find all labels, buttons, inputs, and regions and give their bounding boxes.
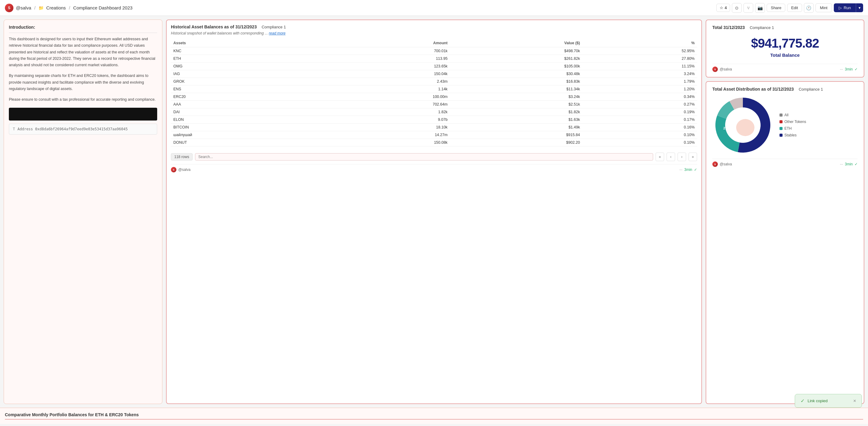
- cell-pct: 0.10%: [582, 139, 697, 147]
- total-balance-title-row: Total 31/12/2023 Compliance 1: [712, 25, 858, 30]
- cell-asset: DAI: [171, 108, 323, 116]
- distribution-check-icon: ✓: [855, 162, 858, 166]
- table-row: AAA 702.64m $2.51k 0.27%: [171, 101, 697, 108]
- cell-value: $30.48k: [450, 70, 582, 78]
- address-placeholder: Address 0xd8da6bf26964af9d7eed9e03e53415…: [18, 127, 128, 131]
- cell-value: $1.63k: [450, 116, 582, 124]
- table-time-badge: 3min: [684, 168, 692, 172]
- svg-point-1: [736, 119, 754, 136]
- cell-value: $498.70k: [450, 47, 582, 55]
- pagination-next[interactable]: ›: [678, 153, 686, 161]
- fork-icon: ⑂: [747, 5, 750, 10]
- pagination-prev[interactable]: ‹: [666, 153, 675, 161]
- cell-asset: KNC: [171, 47, 323, 55]
- run-button[interactable]: ▷ Run: [834, 3, 856, 12]
- right-column: Total 31/12/2023 Compliance 1 $941,775.8…: [706, 20, 864, 404]
- avatar: S: [5, 4, 13, 12]
- cell-asset: ERC20: [171, 93, 323, 101]
- toast-close-button[interactable]: ×: [854, 398, 856, 404]
- chart-legend: All Other Tokens ETH Stables: [779, 113, 806, 137]
- mint-button[interactable]: Mint: [815, 3, 832, 12]
- fork-button[interactable]: ⑂: [743, 3, 753, 13]
- cell-asset: AAA: [171, 101, 323, 108]
- cell-amount: 123.65k: [323, 63, 450, 70]
- col-assets: Assets: [171, 39, 323, 47]
- table-subtitle: Historical snapshot of wallet balances w…: [171, 31, 697, 35]
- read-more-link[interactable]: read more: [269, 31, 286, 35]
- cell-value: $902.20: [450, 139, 582, 147]
- cell-pct: 0.27%: [582, 101, 697, 108]
- legend-all: All: [779, 113, 806, 117]
- table-compliance-badge: Compliance 1: [261, 25, 286, 29]
- cell-asset: ELON: [171, 116, 323, 124]
- distribution-author: S @salva: [712, 161, 732, 167]
- pagination-first[interactable]: «: [656, 153, 664, 161]
- cell-value: $16.83k: [450, 78, 582, 86]
- distribution-title-row: Total Asset Distribution as of 31/12/202…: [712, 87, 858, 92]
- cell-asset: ENS: [171, 86, 323, 93]
- cell-amount: 702.64m: [323, 101, 450, 108]
- cell-asset: IAG: [171, 70, 323, 78]
- table-row: ETH 113.95 $261.82k 27.80%: [171, 55, 697, 63]
- camera-button[interactable]: 📷: [755, 3, 765, 13]
- distribution-title: Total Asset Distribution as of 31/12/202…: [712, 87, 794, 92]
- bottom-bar: Comparative Monthly Portfolio Balances f…: [0, 408, 868, 424]
- legend-eth: ETH: [779, 126, 806, 131]
- table-panel-footer: S @salva ··· 3min ✓: [171, 164, 697, 173]
- balance-panel-footer: S @salva ··· 3min ✓: [712, 64, 858, 72]
- table-title: Historical Asset Balances as of 31/12/20…: [171, 24, 257, 29]
- col-amount: Amount: [323, 39, 450, 47]
- history-icon: 🕐: [806, 5, 811, 10]
- github-button[interactable]: ⊙: [732, 3, 742, 13]
- table-row: ERC20 100.00m $3.24k 0.34%: [171, 93, 697, 101]
- address-field[interactable]: T Address 0xd8da6bf26964af9d7eed9e03e534…: [9, 124, 157, 134]
- cell-pct: 1.20%: [582, 86, 697, 93]
- cell-amount: 100.00m: [323, 93, 450, 101]
- cell-asset: DONUT: [171, 139, 323, 147]
- cell-value: $2.51k: [450, 101, 582, 108]
- cell-amount: 700.01k: [323, 47, 450, 55]
- cell-value: $3.24k: [450, 93, 582, 101]
- table-row: ENS 1.14k $11.34k 1.20%: [171, 86, 697, 93]
- balance-time: ··· 3min ✓: [840, 67, 858, 71]
- distribution-panel: Total Asset Distribution as of 31/12/202…: [706, 81, 864, 404]
- balance-author-avatar: S: [712, 66, 718, 72]
- breadcrumb-user: @salva: [16, 5, 31, 10]
- cell-amount: 150.08k: [323, 139, 450, 147]
- address-input-container: T Address 0xd8da6bf26964af9d7eed9e03e534…: [9, 108, 157, 134]
- run-label: Run: [844, 5, 851, 10]
- cell-pct: 0.19%: [582, 108, 697, 116]
- breadcrumb-page: Compliance Dashboard 2023: [73, 5, 132, 10]
- toast-message: Link copied: [808, 399, 828, 403]
- table-author: S @salva: [171, 167, 190, 173]
- total-balance-title: Total 31/12/2023: [712, 25, 745, 30]
- edit-button[interactable]: Edit: [787, 4, 802, 12]
- chart-percentage-label: 27.8%: [723, 126, 733, 130]
- distribution-time-badge: 3min: [845, 162, 853, 166]
- toast-notification: ✓ Link copied ×: [795, 394, 862, 408]
- star-button[interactable]: ☆ 4: [716, 4, 730, 12]
- main-content: Introduction: This dashboard is designed…: [0, 16, 868, 408]
- table-row: шайлушай 14.27m $915.84 0.10%: [171, 131, 697, 139]
- history-button[interactable]: 🕐: [804, 3, 814, 13]
- table-head: Assets Amount Value ($) %: [171, 39, 697, 47]
- total-balance-panel: Total 31/12/2023 Compliance 1 $941,775.8…: [706, 20, 864, 78]
- search-input[interactable]: [195, 153, 653, 160]
- table-author-name: @salva: [178, 168, 190, 172]
- legend-dot-stables: [779, 134, 782, 137]
- pagination-last[interactable]: »: [688, 153, 697, 161]
- balance-amount: $941,775.82: [712, 36, 858, 51]
- cell-amount: 9.07b: [323, 116, 450, 124]
- cell-asset: BITCOIN: [171, 124, 323, 131]
- intro-panel: Introduction: This dashboard is designed…: [4, 20, 162, 404]
- legend-dot-all: [779, 114, 782, 117]
- share-button[interactable]: Share: [767, 4, 785, 12]
- cell-amount: 1.82k: [323, 108, 450, 116]
- run-dropdown-button[interactable]: ▾: [856, 3, 863, 12]
- breadcrumb: S @salva / 📁 Creations / Compliance Dash…: [5, 4, 132, 12]
- run-button-group: ▷ Run ▾: [834, 3, 863, 12]
- camera-icon: 📷: [757, 5, 763, 10]
- donut-svg: [712, 95, 773, 156]
- data-table: Assets Amount Value ($) % KNC 700.01k $4…: [171, 39, 697, 147]
- table-row: DAI 1.82k $1.82k 0.19%: [171, 108, 697, 116]
